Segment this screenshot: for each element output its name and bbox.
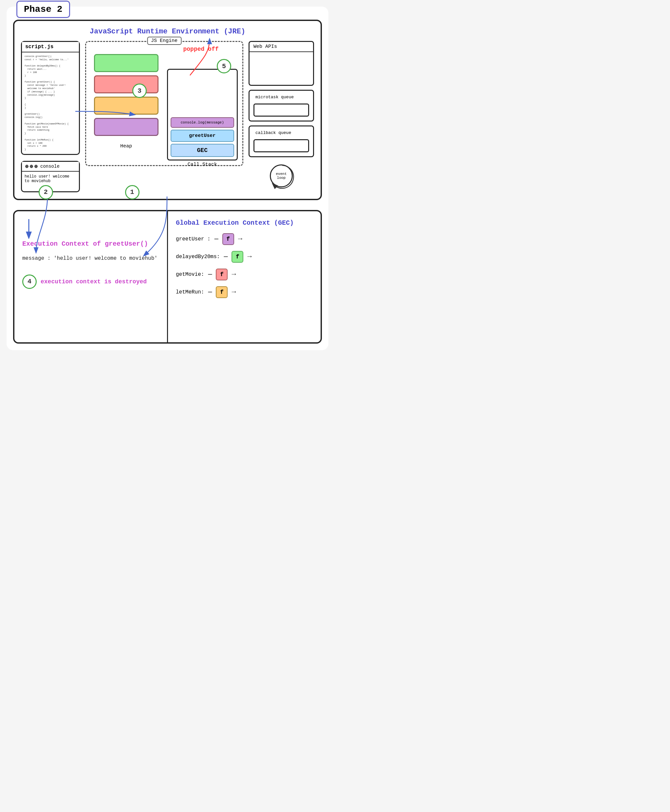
heap-box-purple [94,118,159,136]
script-code: console.greetUser(); const r = 'hello, w… [22,53,79,154]
webapis-title: Web APIs [250,42,313,52]
gec-row-letmerun: letMeRun: — f → [176,286,313,298]
microtask-section: microtask queue [249,90,314,122]
stack-gec: GEC [171,144,235,157]
circle-1: 1 [125,185,139,200]
gec-label-delayed: delayedBy20ms: [176,254,220,260]
event-loop-circle: eventloop [270,164,293,187]
callback-body [254,139,309,152]
gec-f-delayed: f [232,251,243,263]
heap-box-orange [94,97,159,115]
callback-label: callback queue [252,129,311,137]
js-engine-title: JS Engine [147,37,181,45]
webapis-box: Web APIs [249,41,314,86]
bottom-section: Execution Context of greetUser() message… [13,210,322,344]
circle-2: 2 [39,185,53,200]
callstack-section: console.log(message) greetUser GEC Call … [167,69,238,161]
script-panel: script.js console.greetUser(); const r =… [21,41,80,155]
jre-section: JavaScript Runtime Environment (JRE) scr… [13,20,322,200]
microtask-label: microtask queue [252,93,311,102]
heap-box-green [94,54,159,72]
exec-context-panel: Execution Context of greetUser() message… [14,211,168,342]
popped-off-label: popped off [183,46,219,53]
gec-label-greetuser: greetUser : [176,236,211,242]
gec-dash-1: — [215,235,218,243]
js-engine-wrapper: JS Engine Heap [85,41,243,166]
gec-f-greetuser: f [222,233,234,245]
webapis-section: Web APIs microtask queue callback queue … [249,41,314,191]
gec-label-letmerun: letMeRun: [176,289,204,295]
gec-label-getmovie: getMovie: [176,271,204,278]
console-output: hello user! welcome to moviehub [25,174,69,183]
dot-2 [30,165,33,168]
engine-inner: Heap popped off 5 console.log(message) g… [91,49,238,161]
exec-destroyed-row: 4 execution context is destroyed [22,275,159,289]
heap-boxes [91,49,162,141]
jre-title: JavaScript Runtime Environment (JRE) [21,27,314,36]
gec-row-getmovie: getMovie: — f → [176,269,313,280]
jre-inner: script.js console.greetUser(); const r =… [21,41,314,192]
gec-dash-3: — [208,271,212,278]
gec-arrow-1: → [238,235,242,243]
exec-destroyed-text: execution context is destroyed [41,278,147,285]
console-title-bar: console [22,162,79,172]
callstack-label: Call Stack [168,162,237,167]
console-label: console [40,164,59,169]
gec-arrow-2: → [247,253,252,261]
gec-title: Global Execution Context (GEC) [176,219,313,227]
gec-arrow-4: → [232,288,236,296]
gec-f-letmerun: f [216,286,228,298]
webapis-body [250,52,313,85]
circle-4: 4 [22,275,37,289]
gec-arrow-3: → [232,270,236,278]
phase-badge: Phase 2 [16,1,70,18]
gec-row-greetuser: greetUser : — f → [176,233,313,245]
stack-greet-user: greetUser [171,130,235,142]
heap-label: Heap [91,144,162,149]
dot-1 [25,165,29,168]
exec-variable: message : 'hello user! welcome to movieh… [22,256,159,261]
heap-section: Heap [91,49,162,161]
gec-dash-4: — [208,288,212,296]
gec-row-delayed: delayedBy20ms: — f → [176,251,313,263]
script-title: script.js [22,42,79,53]
outer-wrapper: Phase 2 JavaScript Runtime Environment (… [7,7,328,350]
circle-3: 3 [132,83,147,98]
gec-f-getmovie: f [216,269,228,280]
exec-context-title: Execution Context of greetUser() [22,240,159,247]
console-dots [25,165,38,168]
exec-down-arrow-svg [22,219,42,239]
gec-panel: Global Execution Context (GEC) greetUser… [168,211,321,342]
callback-section: callback queue [249,125,314,157]
microtask-body [254,103,309,117]
event-loop-arrow-svg [269,164,295,190]
dot-3 [34,165,38,168]
heap-box-red [94,75,159,93]
script-console-wrapper: script.js console.greetUser(); const r =… [21,41,80,192]
gec-dash-2: — [224,253,228,260]
stack-console-log: console.log(message) [171,117,235,128]
circle-5: 5 [217,59,231,73]
